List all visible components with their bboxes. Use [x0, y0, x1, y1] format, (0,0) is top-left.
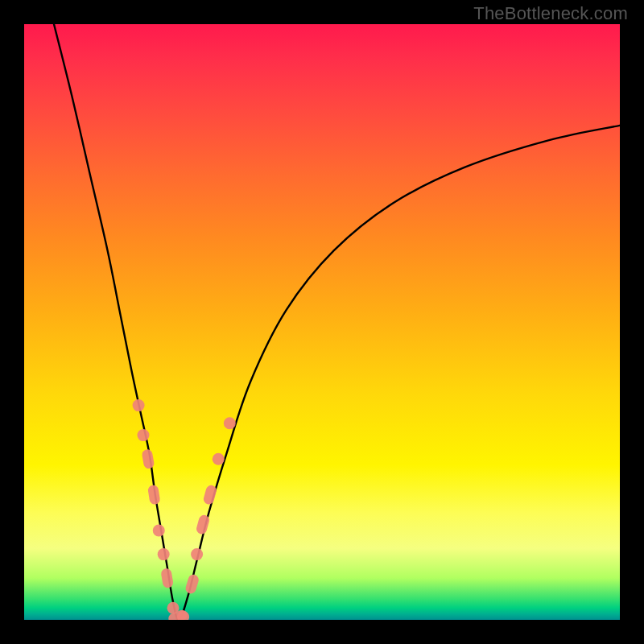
svg-point-1 — [138, 429, 150, 441]
svg-rect-10 — [184, 573, 200, 595]
svg-rect-2 — [141, 448, 155, 469]
svg-rect-12 — [196, 514, 211, 535]
svg-rect-13 — [202, 484, 217, 506]
svg-point-14 — [213, 453, 225, 465]
svg-rect-3 — [147, 485, 160, 506]
attribution-watermark: TheBottleneck.com — [473, 3, 628, 24]
bottleneck-curve — [24, 24, 620, 620]
data-markers — [133, 399, 236, 620]
svg-point-5 — [158, 548, 170, 560]
svg-point-9 — [177, 611, 189, 620]
svg-rect-8 — [167, 609, 188, 620]
svg-point-11 — [191, 548, 203, 560]
svg-point-7 — [167, 602, 180, 614]
plot-area — [24, 24, 620, 620]
chart-frame: TheBottleneck.com — [0, 0, 644, 644]
svg-point-4 — [153, 525, 165, 537]
svg-rect-6 — [160, 568, 174, 588]
svg-point-0 — [133, 399, 145, 411]
svg-point-15 — [224, 417, 236, 429]
